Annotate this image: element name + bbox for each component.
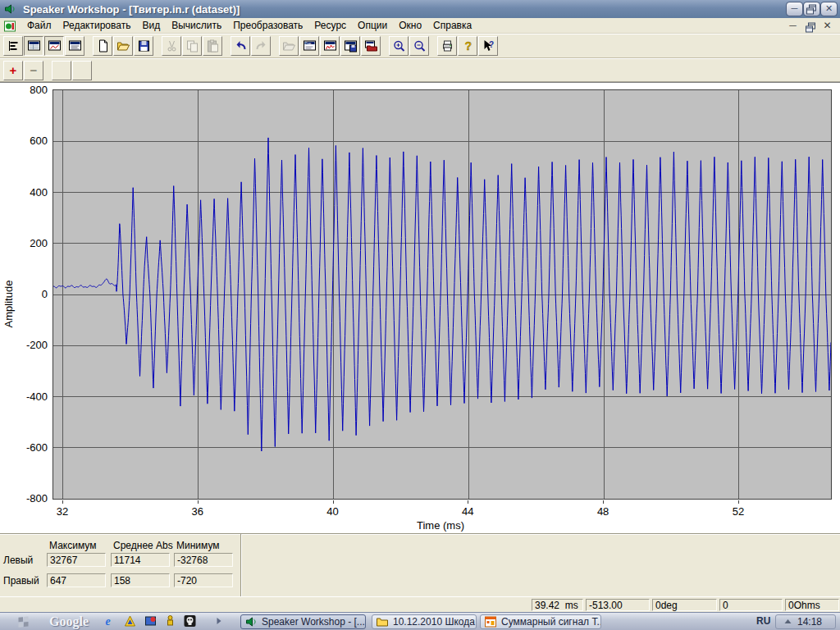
taskbar-task-3[interactable]: Суммарный сигнал Т... — [480, 614, 601, 629]
taskbar-task-2[interactable]: 10.12.2010 Шкода С... — [372, 614, 477, 629]
plot-area[interactable] — [52, 89, 832, 500]
x-tick-label: 48 — [585, 505, 621, 518]
panel-splitter[interactable] — [240, 534, 242, 597]
taskbar-task-1[interactable]: Speaker Workshop - [... — [240, 614, 366, 629]
help-button[interactable]: ? — [458, 36, 477, 56]
menu-item-view[interactable]: Вид — [136, 18, 166, 33]
export-button[interactable] — [361, 36, 381, 56]
paste-button[interactable] — [203, 36, 222, 56]
x-tick-label: 36 — [180, 505, 216, 518]
svg-text:?: ? — [464, 39, 472, 52]
triangle-icon — [123, 614, 137, 628]
redo-arrow-icon — [254, 39, 268, 52]
quicklaunch-3-button[interactable] — [144, 614, 158, 628]
context-help-icon: ? — [482, 39, 495, 52]
close-button[interactable]: ✕ — [821, 2, 837, 16]
new-document-icon — [96, 39, 110, 52]
copy-chart-button[interactable] — [340, 36, 360, 56]
language-indicator[interactable]: RU — [756, 615, 770, 627]
window-controls: ─ ✕ — [787, 2, 837, 16]
status-cell: -513.00 — [586, 599, 650, 611]
google-toolbar[interactable]: Google — [49, 614, 89, 629]
restore-button[interactable] — [804, 2, 819, 16]
menu-item-calculate[interactable]: Вычислить — [166, 18, 227, 33]
stats-header: Среднее Abs — [113, 540, 173, 551]
x-tick-mark — [333, 500, 334, 504]
add-button[interactable]: + — [3, 61, 23, 80]
cut-scissors-icon — [165, 39, 179, 52]
y-tick-label: 400 — [11, 186, 48, 199]
menu-item-window[interactable]: Окно — [393, 18, 427, 33]
new-button[interactable] — [93, 36, 112, 56]
undo-button[interactable] — [231, 36, 250, 56]
svg-text:e: e — [106, 615, 111, 628]
save-floppy-icon — [137, 39, 151, 52]
quicklaunch-4-button[interactable] — [163, 614, 177, 628]
remove-button[interactable]: − — [24, 61, 43, 80]
cut-button[interactable] — [162, 36, 181, 56]
save-button[interactable] — [134, 36, 153, 56]
google-toolbar-label: Google — [49, 614, 89, 629]
datasheet-view-icon — [27, 39, 41, 52]
quicklaunch-expand-button[interactable] — [212, 614, 226, 628]
chart-orange-icon — [484, 615, 498, 628]
menu-item-edit[interactable]: Редактировать — [57, 18, 137, 33]
chart-button[interactable] — [320, 36, 340, 56]
quicklaunch-5-button[interactable] — [183, 614, 197, 628]
system-tray[interactable]: 14:18 — [775, 614, 836, 629]
windows-flag-icon — [16, 614, 30, 628]
quicklaunch-1-button[interactable]: e — [103, 614, 117, 628]
mdi-restore-button[interactable] — [804, 21, 816, 31]
print-button[interactable] — [437, 36, 457, 56]
printer-icon — [441, 39, 454, 52]
menu-item-help[interactable]: Справка — [427, 18, 477, 33]
properties-window-icon: Prop — [303, 39, 317, 52]
x-tick-label: 52 — [720, 505, 756, 518]
start-button[interactable] — [16, 614, 30, 628]
window-title: Speaker Workshop - [Твитер.in.r (dataset… — [23, 3, 240, 16]
datasheet-view-button[interactable] — [24, 36, 43, 56]
stats-value: 32767 — [47, 553, 106, 567]
y-tick-label: 800 — [11, 84, 48, 96]
quicklaunch-2-button[interactable] — [123, 614, 137, 628]
import-button[interactable] — [279, 36, 299, 56]
blank-1-button[interactable] — [52, 61, 71, 80]
redo-button[interactable] — [251, 36, 271, 56]
blue-e-icon: e — [103, 614, 117, 628]
svg-text:Prop: Prop — [305, 42, 311, 45]
properties-button[interactable]: Prop — [299, 36, 319, 56]
zoom-in-button[interactable] — [389, 36, 409, 56]
stats-row-label: Правый — [0, 575, 41, 587]
mdi-close-button[interactable]: ✕ — [821, 21, 833, 31]
minimize-button[interactable]: ─ — [787, 2, 802, 16]
menu-item-options[interactable]: Опции — [352, 18, 393, 33]
menu-item-resource[interactable]: Ресурс — [308, 18, 352, 33]
context-help-button[interactable]: ? — [478, 36, 498, 56]
report-view-button[interactable] — [65, 36, 84, 56]
copy-pages-icon — [185, 39, 199, 52]
y-tick-label: 0 — [11, 288, 48, 300]
zoom-in-icon — [392, 39, 406, 52]
x-axis-title: Time (ms) — [417, 519, 464, 532]
paste-clipboard-icon — [206, 39, 220, 52]
chart-view-button[interactable] — [44, 36, 64, 56]
menu-item-file[interactable]: Файл — [21, 18, 57, 33]
add-glyph: + — [10, 64, 17, 76]
status-bar: 39.42 ms-513.000deg00Ohms — [0, 596, 840, 612]
mdi-minimize-button[interactable]: ─ — [787, 21, 799, 31]
stats-header: Максимум — [49, 540, 96, 551]
x-tick-mark — [468, 500, 468, 504]
arrow-small-icon — [781, 615, 795, 628]
export-folder-icon — [364, 39, 378, 52]
blank-2-button[interactable] — [72, 61, 92, 80]
import-folder-icon — [282, 39, 296, 52]
x-tick-mark — [603, 500, 604, 504]
stats-row-label: Левый — [0, 555, 41, 566]
menu-item-transform[interactable]: Преобразовать — [227, 18, 308, 33]
open-button[interactable] — [113, 36, 133, 56]
copy-button[interactable] — [182, 36, 202, 56]
zoom-out-button[interactable] — [409, 36, 429, 56]
mdi-window-controls: ─ ✕ — [787, 21, 840, 31]
tree-view-button[interactable] — [3, 36, 23, 56]
stats-header: Минимум — [176, 540, 220, 551]
